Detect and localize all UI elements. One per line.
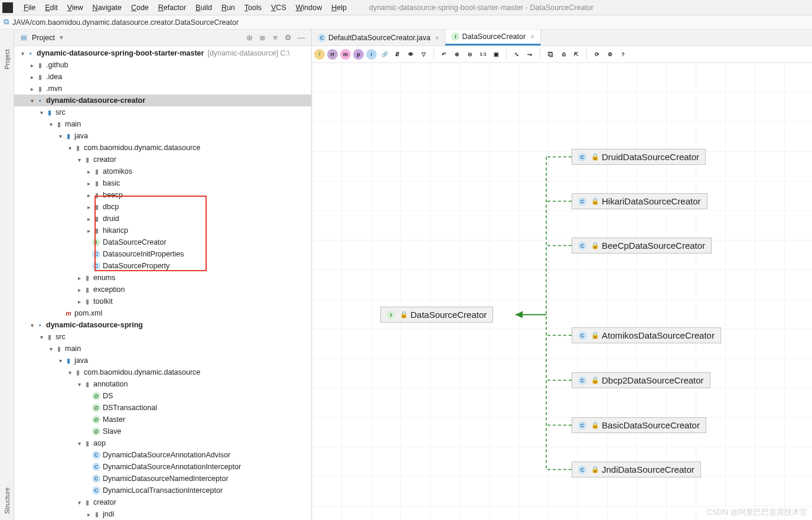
expander-icon[interactable]: ▸ bbox=[85, 168, 92, 175]
tb-m-icon[interactable]: m bbox=[340, 49, 351, 60]
expander-icon[interactable]: ▾ bbox=[19, 50, 26, 57]
layout-icon[interactable]: ⤡ bbox=[511, 49, 522, 60]
tree-row[interactable]: mpom.xml bbox=[14, 307, 311, 319]
tree-row[interactable]: ▸▮.idea bbox=[14, 71, 311, 83]
expander-icon[interactable]: ▸ bbox=[28, 74, 35, 80]
diagram-node-Dbcp2DataSourceCreator[interactable]: C🔒Dbcp2DataSourceCreator bbox=[572, 372, 710, 388]
diagram-node-BasicDataSourceCreator[interactable]: C🔒BasicDataSourceCreator bbox=[572, 417, 706, 433]
tree-row[interactable]: CDynamicLocalTransactionInterceptor bbox=[14, 485, 311, 496]
fit-icon[interactable]: ▣ bbox=[491, 49, 501, 60]
export-icon[interactable]: ⇱ bbox=[571, 49, 582, 60]
zoom-out-icon[interactable]: ⊖ bbox=[465, 49, 475, 60]
tree-row[interactable]: ▾▪dynamic-datasource-creator bbox=[14, 95, 311, 106]
tree-row[interactable]: CDynamicDataSourceAnnotationAdvisor bbox=[14, 449, 311, 461]
tree-row[interactable]: ▾▮creator bbox=[14, 154, 311, 165]
diagram-node-DruidDataSourceCreator[interactable]: C🔒DruidDataSourceCreator bbox=[572, 149, 706, 165]
expander-icon[interactable]: ▾ bbox=[47, 346, 54, 352]
expander-icon[interactable]: ▸ bbox=[28, 86, 35, 92]
tree-row[interactable]: ▸▮.mvn bbox=[14, 83, 311, 95]
expander-icon[interactable]: ▾ bbox=[57, 133, 64, 139]
tree-row[interactable]: CDynamicDataSourceAnnotationInterceptor bbox=[14, 461, 311, 473]
diagram-node-JndiDataSourceCreator[interactable]: C🔒JndiDataSourceCreator bbox=[572, 462, 701, 477]
tree-row[interactable]: ▸▮toolkit bbox=[14, 295, 311, 307]
expander-icon[interactable]: ▸ bbox=[85, 216, 92, 222]
tree-row[interactable]: ▾▮annotation bbox=[14, 378, 311, 390]
print-icon[interactable]: ⎙ bbox=[558, 49, 569, 60]
expander-icon[interactable]: ▾ bbox=[38, 109, 45, 116]
tree-row[interactable]: CDatasourceInitProperties bbox=[14, 248, 311, 260]
hide-icon[interactable]: — bbox=[296, 32, 306, 43]
tab-datasourcecreator[interactable]: IDataSourceCreator× bbox=[445, 30, 540, 46]
tb-p-icon[interactable]: p bbox=[353, 49, 364, 60]
menu-refactor[interactable]: Refactor bbox=[154, 4, 191, 12]
expander-icon[interactable]: ▾ bbox=[47, 121, 54, 128]
collapse-icon[interactable]: ≡ bbox=[270, 32, 281, 43]
menu-help[interactable]: Help bbox=[327, 4, 351, 12]
tree-row[interactable]: ▾▮aop bbox=[14, 437, 311, 449]
tree-row[interactable]: ▸▮jndi bbox=[14, 508, 311, 520]
tree-row[interactable]: ▸▮druid bbox=[14, 213, 311, 225]
diagram-canvas[interactable]: I🔒DataSourceCreatorC🔒DruidDataSourceCrea… bbox=[312, 63, 812, 520]
diagram-node-BeeCpDataSourceCreator[interactable]: C🔒BeeCpDataSourceCreator bbox=[572, 238, 712, 254]
tree-row[interactable]: ▾▮com.baomidou.dynamic.datasource bbox=[14, 142, 311, 154]
expander-icon[interactable]: ▾ bbox=[57, 358, 64, 364]
dropdown-icon[interactable]: ▼ bbox=[58, 34, 64, 41]
side-tab-structure[interactable]: Structure bbox=[4, 500, 11, 514]
expander-icon[interactable]: ▾ bbox=[66, 369, 73, 376]
tree-row[interactable]: ▸▮dbcp bbox=[14, 201, 311, 213]
expander-icon[interactable]: ▸ bbox=[76, 298, 83, 305]
gear-icon[interactable]: ⚙ bbox=[605, 49, 615, 60]
diagram-node-HikariDataSourceCreator[interactable]: C🔒HikariDataSourceCreator bbox=[572, 193, 707, 209]
tb-f-icon[interactable]: f bbox=[314, 49, 325, 60]
expander-icon[interactable]: ▸ bbox=[28, 62, 35, 69]
menu-file[interactable]: File bbox=[19, 4, 40, 12]
expander-icon[interactable]: ▸ bbox=[76, 275, 83, 281]
copy-icon[interactable]: ⿻ bbox=[545, 49, 556, 60]
zoom-in-icon[interactable]: ⊕ bbox=[452, 49, 462, 60]
project-tree[interactable]: ▾▪dynamic-datasource-spring-boot-starter… bbox=[14, 46, 311, 520]
menu-code[interactable]: Code bbox=[126, 4, 154, 12]
help-icon[interactable]: ? bbox=[618, 49, 628, 60]
expander-icon[interactable]: ▾ bbox=[76, 440, 83, 447]
expander-icon[interactable]: ▾ bbox=[76, 499, 83, 506]
side-tab-project[interactable]: Project bbox=[4, 56, 11, 70]
close-icon[interactable]: × bbox=[435, 34, 439, 41]
tree-row[interactable]: IDataSourceCreator bbox=[14, 236, 311, 248]
tree-row[interactable]: ▾▪dynamic-datasource-spring bbox=[14, 319, 311, 331]
tab-defaultdatasourcecreator-java[interactable]: CDefaultDataSourceCreator.java× bbox=[312, 30, 445, 46]
tree-row[interactable]: ▸▮beecp bbox=[14, 189, 311, 201]
expander-icon[interactable]: ▾ bbox=[76, 157, 83, 163]
expander-icon[interactable]: ▾ bbox=[28, 98, 35, 104]
expander-icon[interactable]: ▸ bbox=[76, 287, 83, 293]
filter-icon[interactable]: ▽ bbox=[418, 49, 429, 60]
breadcrumb-path[interactable]: JAVA/com.baomidou.dynamic.datasource.cre… bbox=[12, 18, 239, 27]
tree-row[interactable]: ▸▮hikaricp bbox=[14, 225, 311, 236]
expander-icon[interactable]: ▸ bbox=[85, 228, 92, 234]
expander-icon[interactable]: ▸ bbox=[85, 204, 92, 210]
link-icon[interactable]: 🔗 bbox=[379, 49, 390, 60]
menu-tools[interactable]: Tools bbox=[240, 4, 266, 12]
tree-row[interactable]: ▾▮java bbox=[14, 130, 311, 142]
undo-layout-icon[interactable]: ↶ bbox=[439, 49, 449, 60]
expander-icon[interactable]: ▾ bbox=[66, 145, 73, 151]
expander-icon[interactable]: ▸ bbox=[85, 511, 92, 518]
locate-icon[interactable]: ⊕ bbox=[244, 32, 255, 43]
tree-row[interactable]: ▸▮basic bbox=[14, 177, 311, 189]
close-icon[interactable]: × bbox=[530, 33, 534, 40]
tree-row[interactable]: ▸▮enums bbox=[14, 272, 311, 284]
tree-row[interactable]: ▾▪dynamic-datasource-spring-boot-starter… bbox=[14, 47, 311, 59]
expander-icon[interactable]: ▾ bbox=[28, 322, 35, 329]
tree-row[interactable]: ▸▮exception bbox=[14, 284, 311, 295]
diagram-node-AtomikosDataSourceCreator[interactable]: C🔒AtomikosDataSourceCreator bbox=[572, 327, 721, 343]
menu-run[interactable]: Run bbox=[217, 4, 240, 12]
menu-window[interactable]: Window bbox=[291, 4, 327, 12]
tree-row[interactable]: ▾▮java bbox=[14, 355, 311, 366]
tree-row[interactable]: ▾▮src bbox=[14, 106, 311, 118]
tb-rr-icon[interactable]: rr bbox=[327, 49, 338, 60]
tree-row[interactable]: @DS bbox=[14, 390, 311, 402]
eye-icon[interactable]: 👁 bbox=[405, 49, 416, 60]
expander-icon[interactable]: ▾ bbox=[38, 334, 45, 340]
tree-row[interactable]: ▾▮creator bbox=[14, 496, 311, 508]
menu-vcs[interactable]: VCS bbox=[266, 4, 291, 12]
menu-edit[interactable]: Edit bbox=[40, 4, 63, 12]
